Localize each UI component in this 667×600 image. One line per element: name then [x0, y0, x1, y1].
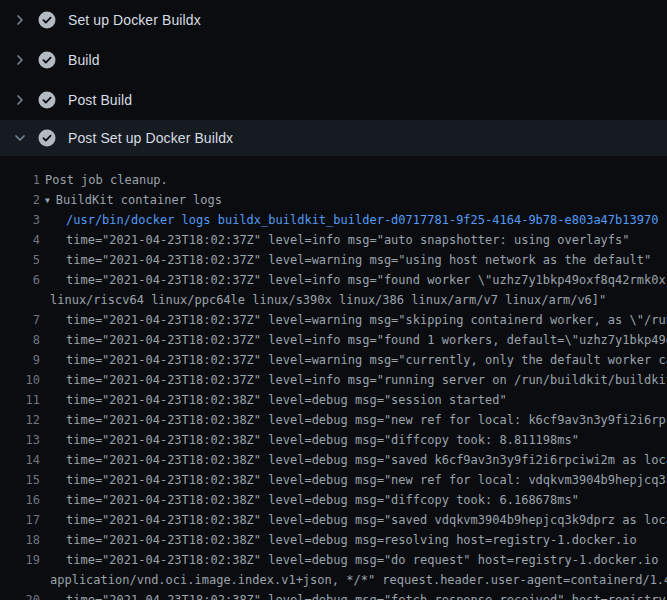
log-text: application/vnd.oci.image.index.v1+json,…: [50, 570, 667, 590]
step-label: Post Set up Docker Buildx: [68, 130, 233, 146]
log-text: time="2021-04-23T18:02:37Z" level=warnin…: [66, 250, 651, 270]
step-label: Build: [68, 52, 100, 68]
chevron-right-icon: [12, 92, 28, 108]
step-row-post-build[interactable]: Post Build: [0, 80, 667, 120]
log-line: 18time="2021-04-23T18:02:38Z" level=debu…: [0, 530, 667, 550]
line-number[interactable]: 4: [0, 230, 40, 250]
line-number[interactable]: 10: [0, 370, 40, 390]
step-label: Set up Docker Buildx: [68, 12, 201, 28]
log-line: 14time="2021-04-23T18:02:38Z" level=debu…: [0, 450, 667, 470]
log-line: 12time="2021-04-23T18:02:38Z" level=debu…: [0, 410, 667, 430]
log-text: time="2021-04-23T18:02:37Z" level=info m…: [66, 270, 667, 290]
step-row-post-set-up-docker-buildx[interactable]: Post Set up Docker Buildx: [0, 120, 667, 156]
line-number[interactable]: 8: [0, 330, 40, 350]
group-toggle-icon[interactable]: ▼: [45, 191, 50, 211]
log-text: time="2021-04-23T18:02:37Z" level=warnin…: [66, 350, 667, 370]
log-text: time="2021-04-23T18:02:38Z" level=debug …: [66, 410, 667, 430]
line-number[interactable]: 6: [0, 270, 40, 290]
log-text: time="2021-04-23T18:02:38Z" level=debug …: [66, 430, 579, 450]
line-number[interactable]: 7: [0, 310, 40, 330]
line-number[interactable]: 14: [0, 450, 40, 470]
log-text: time="2021-04-23T18:02:38Z" level=debug …: [66, 450, 667, 470]
log-line: 15time="2021-04-23T18:02:38Z" level=debu…: [0, 470, 667, 490]
log-line: 7time="2021-04-23T18:02:37Z" level=warni…: [0, 310, 667, 330]
line-number[interactable]: 11: [0, 390, 40, 410]
log-line: 1Post job cleanup.: [0, 170, 667, 190]
log-line: 11time="2021-04-23T18:02:38Z" level=debu…: [0, 390, 667, 410]
line-number[interactable]: 5: [0, 250, 40, 270]
line-number[interactable]: 1: [0, 170, 40, 190]
line-number[interactable]: 20: [0, 590, 40, 600]
check-circle-icon: [38, 11, 56, 29]
step-row-set-up-docker-buildx[interactable]: Set up Docker Buildx: [0, 0, 667, 40]
group-title[interactable]: BuildKit container logs: [56, 193, 222, 207]
log-line: 16time="2021-04-23T18:02:38Z" level=debu…: [0, 490, 667, 510]
line-number[interactable]: 18: [0, 530, 40, 550]
log-line-continuation: application/vnd.oci.image.index.v1+json,…: [0, 570, 667, 590]
line-number[interactable]: 2: [0, 190, 40, 210]
log-line: 8time="2021-04-23T18:02:37Z" level=info …: [0, 330, 667, 350]
log-command-text: /usr/bin/docker logs buildx_buildkit_bui…: [66, 210, 658, 230]
log-text: time="2021-04-23T18:02:38Z" level=debug …: [66, 470, 667, 490]
line-number[interactable]: 13: [0, 430, 40, 450]
log-text: time="2021-04-23T18:02:37Z" level=info m…: [66, 230, 630, 250]
log-text: time="2021-04-23T18:02:38Z" level=debug …: [66, 590, 667, 600]
line-number[interactable]: 12: [0, 410, 40, 430]
line-number[interactable]: 16: [0, 490, 40, 510]
step-log-viewer: 1Post job cleanup.2▼BuildKit container l…: [0, 156, 667, 600]
log-text: time="2021-04-23T18:02:38Z" level=debug …: [66, 550, 667, 570]
log-text: time="2021-04-23T18:02:38Z" level=debug …: [66, 510, 667, 530]
job-steps-list: Set up Docker BuildxBuildPost BuildPost …: [0, 0, 667, 156]
chevron-right-icon: [12, 12, 28, 28]
log-text: linux/riscv64 linux/ppc64le linux/s390x …: [50, 290, 606, 310]
log-line: 9time="2021-04-23T18:02:37Z" level=warni…: [0, 350, 667, 370]
line-number[interactable]: 15: [0, 470, 40, 490]
log-line: 20time="2021-04-23T18:02:38Z" level=debu…: [0, 590, 667, 600]
log-line-continuation: linux/riscv64 linux/ppc64le linux/s390x …: [0, 290, 667, 310]
log-line: 4time="2021-04-23T18:02:37Z" level=info …: [0, 230, 667, 250]
log-line: 2▼BuildKit container logs: [0, 190, 667, 210]
line-number[interactable]: 3: [0, 210, 40, 230]
line-number[interactable]: 19: [0, 550, 40, 570]
chevron-down-icon: [12, 130, 28, 146]
log-line: 3/usr/bin/docker logs buildx_buildkit_bu…: [0, 210, 667, 230]
chevron-right-icon: [12, 52, 28, 68]
log-line: 13time="2021-04-23T18:02:38Z" level=debu…: [0, 430, 667, 450]
log-line: 17time="2021-04-23T18:02:38Z" level=debu…: [0, 510, 667, 530]
log-text: time="2021-04-23T18:02:38Z" level=debug …: [66, 390, 507, 410]
log-line: 6time="2021-04-23T18:02:37Z" level=info …: [0, 270, 667, 290]
log-text: time="2021-04-23T18:02:38Z" level=debug …: [66, 490, 579, 510]
step-label: Post Build: [68, 92, 132, 108]
check-circle-icon: [38, 91, 56, 109]
log-text: ▼BuildKit container logs: [45, 190, 222, 212]
step-row-build[interactable]: Build: [0, 40, 667, 80]
check-circle-icon: [38, 129, 56, 147]
log-line: 19time="2021-04-23T18:02:38Z" level=debu…: [0, 550, 667, 570]
check-circle-icon: [38, 51, 56, 69]
log-text: Post job cleanup.: [45, 170, 168, 190]
log-text: time="2021-04-23T18:02:37Z" level=info m…: [66, 370, 667, 390]
log-text: time="2021-04-23T18:02:38Z" level=debug …: [66, 530, 637, 550]
log-line: 10time="2021-04-23T18:02:37Z" level=info…: [0, 370, 667, 390]
line-number[interactable]: 17: [0, 510, 40, 530]
log-text: time="2021-04-23T18:02:37Z" level=info m…: [66, 330, 667, 350]
log-line: 5time="2021-04-23T18:02:37Z" level=warni…: [0, 250, 667, 270]
line-number[interactable]: 9: [0, 350, 40, 370]
log-text: time="2021-04-23T18:02:37Z" level=warnin…: [66, 310, 667, 330]
